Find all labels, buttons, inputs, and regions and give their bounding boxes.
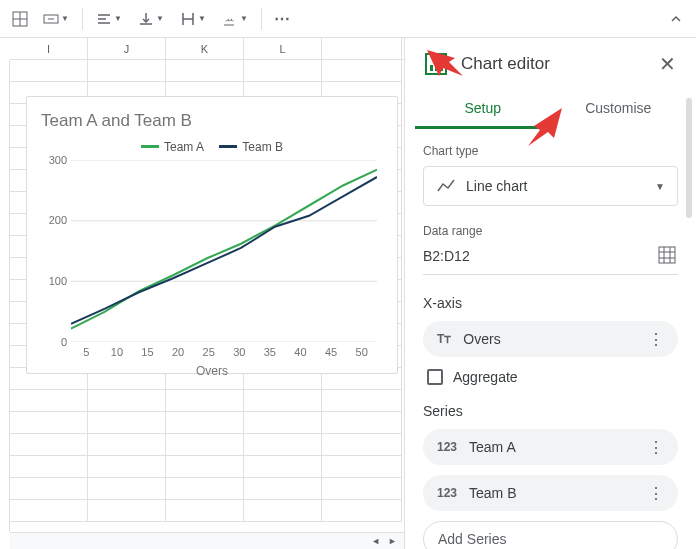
select-range-icon[interactable] xyxy=(658,246,678,266)
data-range-value: B2:D12 xyxy=(423,248,658,264)
toolbar: ▼ ▼ ▼ ▼ ꕀ ▼ ⋯ xyxy=(0,0,696,38)
legend-item: Team B xyxy=(219,140,283,154)
vertical-align-button[interactable]: ▼ xyxy=(131,5,171,33)
legend-item: Team A xyxy=(141,140,204,154)
spreadsheet-area: I J K L xyxy=(0,38,404,549)
series-label: Team B xyxy=(469,485,516,501)
annotation-arrow xyxy=(518,102,566,154)
checkbox-icon[interactable] xyxy=(427,369,443,385)
add-series-chip[interactable]: Add Series xyxy=(423,521,678,549)
sheet-horizontal-scroll[interactable]: ◄ ► xyxy=(10,532,404,549)
scroll-left-icon[interactable]: ◄ xyxy=(368,536,383,546)
text-rotation-button[interactable]: ꕀ ▼ xyxy=(215,5,255,33)
y-tick: 200 xyxy=(41,214,67,226)
legend-label: Team A xyxy=(164,140,204,154)
col-header[interactable] xyxy=(322,38,402,59)
more-icon[interactable]: ⋮ xyxy=(648,330,664,349)
aggregate-checkbox-row[interactable]: Aggregate xyxy=(427,369,678,385)
number-type-icon: 123 xyxy=(437,486,457,500)
more-tools-button[interactable]: ⋯ xyxy=(268,5,296,33)
separator xyxy=(82,8,83,30)
more-icon[interactable]: ⋮ xyxy=(648,438,664,457)
add-series-label: Add Series xyxy=(438,531,506,547)
grid-body[interactable]: Team A and Team B Team A Team B xyxy=(10,60,404,532)
x-tick: 25 xyxy=(193,346,224,358)
x-tick: 15 xyxy=(132,346,163,358)
x-axis-title: Overs xyxy=(41,364,383,378)
x-ticks: 5 10 15 20 25 30 35 40 45 50 xyxy=(71,346,377,358)
col-header[interactable]: K xyxy=(166,38,244,59)
separator xyxy=(261,8,262,30)
legend-label: Team B xyxy=(242,140,283,154)
x-tick: 30 xyxy=(224,346,255,358)
x-tick: 35 xyxy=(255,346,286,358)
legend-swatch xyxy=(141,145,159,148)
merge-cells-button[interactable]: ▼ xyxy=(36,5,76,33)
legend-swatch xyxy=(219,145,237,148)
y-tick: 100 xyxy=(41,275,67,287)
col-header[interactable]: L xyxy=(244,38,322,59)
y-tick: 300 xyxy=(41,154,67,166)
annotation-arrow xyxy=(425,42,475,84)
chevron-down-icon: ▼ xyxy=(655,181,665,192)
x-tick: 10 xyxy=(102,346,133,358)
series-label: Team A xyxy=(469,439,516,455)
number-type-icon: 123 xyxy=(437,440,457,454)
text-type-icon: Tᴛ xyxy=(437,332,451,346)
col-header[interactable]: J xyxy=(88,38,166,59)
series-section-title: Series xyxy=(423,403,678,419)
svg-marker-28 xyxy=(427,50,463,76)
tab-customise[interactable]: Customise xyxy=(551,90,687,129)
collapse-toolbar-button[interactable] xyxy=(662,5,690,33)
x-tick: 20 xyxy=(163,346,194,358)
column-headers: I J K L xyxy=(10,38,404,60)
svg-rect-23 xyxy=(659,247,675,263)
chevron-down-icon: ▼ xyxy=(198,14,206,23)
y-tick: 0 xyxy=(41,336,67,348)
chart-type-value: Line chart xyxy=(466,178,527,194)
x-tick: 40 xyxy=(285,346,316,358)
data-range-label: Data range xyxy=(423,224,678,238)
data-range-field[interactable]: B2:D12 xyxy=(423,246,678,275)
line-chart-icon xyxy=(436,176,456,196)
text-wrap-button[interactable]: ▼ xyxy=(173,5,213,33)
x-tick: 45 xyxy=(316,346,347,358)
chart-legend: Team A Team B xyxy=(41,137,383,154)
chart-title: Team A and Team B xyxy=(41,111,383,131)
chevron-down-icon: ▼ xyxy=(114,14,122,23)
panel-body: Chart type Line chart ▼ Data range B2:D1… xyxy=(405,130,696,549)
chart-plot: 300 200 100 0 xyxy=(71,160,377,342)
scroll-right-icon[interactable]: ► xyxy=(385,536,400,546)
borders-button[interactable] xyxy=(6,5,34,33)
xaxis-field-chip[interactable]: Tᴛ Overs ⋮ xyxy=(423,321,678,357)
horizontal-align-button[interactable]: ▼ xyxy=(89,5,129,33)
more-icon[interactable]: ⋮ xyxy=(648,484,664,503)
svg-text:ꕀ: ꕀ xyxy=(224,13,234,25)
x-tick: 5 xyxy=(71,346,102,358)
series-chip[interactable]: 123 Team B ⋮ xyxy=(423,475,678,511)
close-icon[interactable]: ✕ xyxy=(659,52,676,76)
panel-scrollbar[interactable] xyxy=(686,98,692,218)
chart-type-dropdown[interactable]: Line chart ▼ xyxy=(423,166,678,206)
chevron-down-icon: ▼ xyxy=(156,14,164,23)
chevron-down-icon: ▼ xyxy=(61,14,69,23)
row-gutter xyxy=(0,60,10,532)
xaxis-section-title: X-axis xyxy=(423,295,678,311)
aggregate-label: Aggregate xyxy=(453,369,518,385)
series-chip[interactable]: 123 Team A ⋮ xyxy=(423,429,678,465)
svg-marker-29 xyxy=(528,108,562,146)
chart-card[interactable]: Team A and Team B Team A Team B xyxy=(26,96,398,374)
x-tick: 50 xyxy=(346,346,377,358)
chevron-down-icon: ▼ xyxy=(240,14,248,23)
col-header[interactable]: I xyxy=(10,38,88,59)
xaxis-field-label: Overs xyxy=(463,331,500,347)
